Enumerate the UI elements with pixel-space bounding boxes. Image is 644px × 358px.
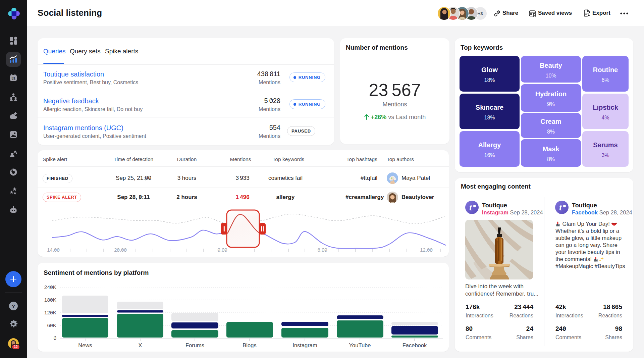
svg-text:?: ? — [12, 303, 15, 309]
svg-text:31: 31 — [11, 76, 15, 80]
